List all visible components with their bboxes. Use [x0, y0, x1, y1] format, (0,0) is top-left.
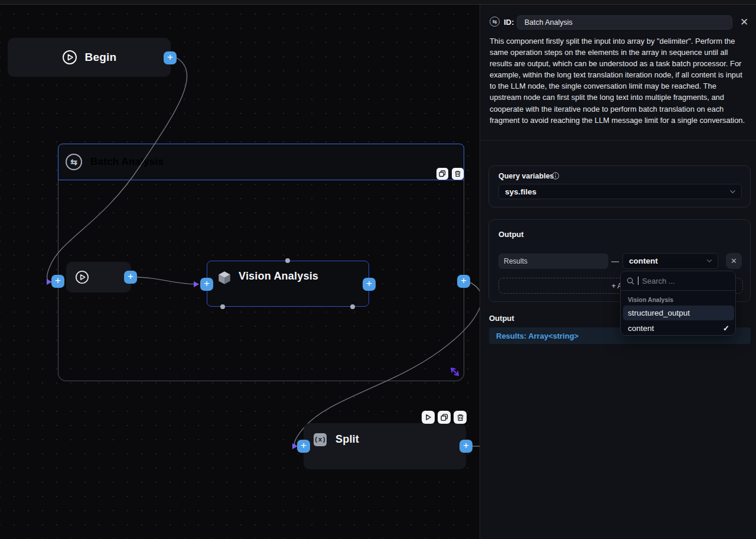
chevron-down-icon	[706, 259, 712, 263]
workflow-canvas[interactable]: ⇆ Batch Analysis Begin + +	[0, 0, 480, 539]
split-left-plus-button[interactable]: +	[297, 440, 310, 453]
delete-node-button[interactable]	[452, 168, 464, 180]
vision-handle-bottom-left[interactable]	[220, 304, 225, 309]
node-iteration-start[interactable]	[66, 262, 131, 293]
output-card-label: Output	[498, 230, 524, 239]
play-circle-icon	[62, 50, 77, 65]
query-variables-value: sys.files	[505, 187, 536, 196]
vision-left-plus-button[interactable]: +	[200, 278, 213, 291]
play-icon	[425, 414, 432, 421]
node-batch-analysis-header[interactable]: ⇆ Batch Analysis	[58, 144, 464, 180]
node-split[interactable]: (x) Split	[304, 423, 466, 469]
search-icon	[627, 277, 634, 285]
chevron-down-icon	[729, 190, 736, 194]
output-result-text: Results: Array<string>	[496, 332, 579, 340]
iteration-icon: ⇆	[66, 154, 82, 170]
copy-icon	[439, 170, 446, 177]
dropdown-option-structured-output[interactable]: structured_output	[623, 306, 734, 320]
cube-icon	[217, 270, 232, 285]
node-description: This component firstly split the input i…	[490, 35, 748, 126]
node-config-panel: ⇆ ID: ✕ This component firstly split the…	[480, 0, 756, 539]
section-divider	[480, 140, 756, 141]
output-name-value: Results	[504, 257, 527, 265]
check-icon: ✓	[723, 324, 729, 333]
output-value-select[interactable]: content	[623, 253, 718, 269]
vision-right-plus-button[interactable]: +	[363, 278, 376, 291]
output-section-label: Output	[489, 314, 514, 323]
node-title: Batch Analysis	[90, 156, 164, 168]
resize-handle-icon[interactable]	[447, 363, 463, 380]
node-vision-analysis[interactable]: Vision Analysis	[207, 261, 369, 307]
dropdown-option-content[interactable]: content ✓	[623, 321, 734, 336]
trash-icon	[454, 170, 461, 177]
query-variables-label: Query variables	[498, 172, 554, 180]
option-label: content	[628, 324, 654, 333]
copy-node-button[interactable]	[436, 168, 448, 180]
window-top-strip	[0, 0, 756, 5]
vision-handle-bottom-right[interactable]	[350, 304, 355, 309]
search-placeholder: Search ...	[642, 277, 675, 285]
remove-output-row-button[interactable]: ✕	[726, 253, 742, 269]
batch-input-plus-button[interactable]: +	[51, 275, 64, 288]
dropdown-group-label: Vision Analysis	[628, 296, 673, 303]
id-label: ID:	[504, 18, 514, 27]
output-name-input[interactable]: Results	[498, 254, 608, 269]
node-title: Split	[335, 433, 359, 446]
iteration-icon: ⇆	[490, 17, 500, 27]
node-title: Begin	[85, 51, 117, 64]
option-label: structured_output	[628, 309, 690, 317]
run-node-button[interactable]	[422, 411, 435, 424]
play-circle-icon	[75, 270, 89, 284]
query-variables-card: Query variables sys.files	[488, 165, 751, 207]
info-icon[interactable]	[552, 172, 559, 180]
mapping-dash	[611, 261, 619, 262]
close-panel-button[interactable]: ✕	[738, 16, 750, 28]
text-caret	[638, 277, 638, 285]
copy-node-button[interactable]	[438, 411, 451, 424]
node-begin[interactable]: Begin	[8, 38, 171, 77]
function-icon: (x)	[314, 433, 327, 446]
output-value: content	[629, 256, 658, 265]
variable-dropdown: Search ... Vision Analysis structured_ou…	[620, 271, 736, 336]
node-title: Vision Analysis	[239, 270, 318, 283]
trash-icon	[457, 414, 464, 421]
query-variables-select[interactable]: sys.files	[498, 184, 742, 199]
node-id-input[interactable]	[517, 15, 732, 30]
split-right-plus-button[interactable]: +	[460, 440, 472, 453]
iteration-start-plus-button[interactable]: +	[124, 271, 137, 284]
copy-icon	[441, 414, 448, 421]
variable-search-input[interactable]: Search ...	[621, 271, 735, 291]
vision-handle-top[interactable]	[285, 258, 290, 263]
delete-node-button[interactable]	[454, 411, 467, 424]
begin-add-next-button[interactable]: +	[164, 51, 177, 64]
batch-output-plus-button[interactable]: +	[457, 275, 470, 288]
